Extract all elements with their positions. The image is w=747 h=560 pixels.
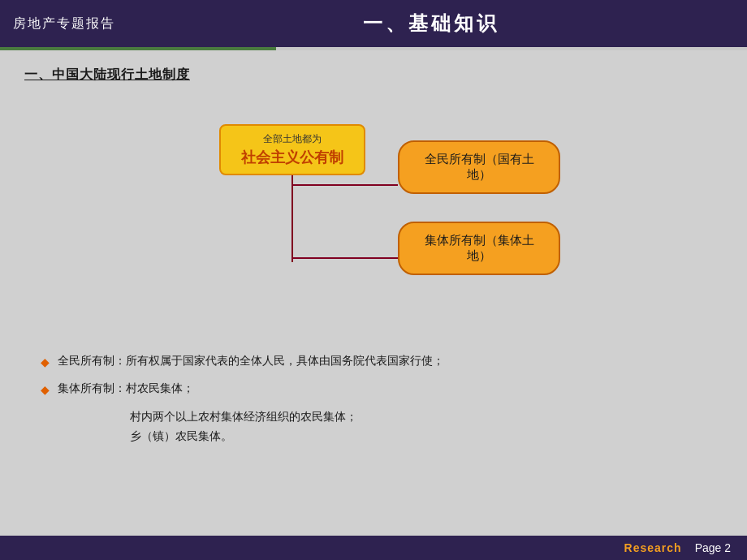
bullet-diamond-2: ◆: [41, 381, 50, 398]
root-box: 全部土地都为 社会主义公有制: [219, 124, 365, 175]
child-box-2: 集体所有制（集体土地）: [398, 222, 560, 275]
bullet-item-2: ◆ 集体所有制：村农民集体；: [41, 379, 723, 398]
bullet-text-1: 全民所有制：所有权属于国家代表的全体人民，具体由国务院代表国家行使；: [58, 351, 444, 369]
sub-bullet-1: 村内两个以上农村集体经济组织的农民集体；: [41, 407, 723, 425]
section-title: 一、中国大陆现行土地制度: [24, 67, 723, 84]
child-box-1-text: 全民所有制（国有土地）: [425, 152, 534, 181]
footer: Research Page 2: [0, 536, 747, 560]
main-content: 一、中国大陆现行土地制度 全部土地都为 社会主义公有制 全民所有制（国有土地） …: [0, 50, 747, 536]
bullet-list: ◆ 全民所有制：所有权属于国家代表的全体人民，具体由国务院代表国家行使； ◆ 集…: [24, 351, 723, 446]
bullet-item-1: ◆ 全民所有制：所有权属于国家代表的全体人民，具体由国务院代表国家行使；: [41, 351, 723, 371]
connector-svg: [24, 108, 723, 335]
root-main-text: 社会主义公有制: [231, 148, 354, 167]
child-box-2-text: 集体所有制（集体土地）: [425, 233, 534, 262]
bullet-text-2: 集体所有制：村农民集体；: [58, 379, 194, 397]
root-sub-text: 全部土地都为: [231, 132, 354, 146]
sub-bullet-2: 乡（镇）农民集体。: [41, 427, 723, 445]
header-center: 一、基础知识: [115, 11, 747, 37]
diagram-area: 全部土地都为 社会主义公有制 全民所有制（国有土地） 集体所有制（集体土地）: [24, 108, 723, 335]
footer-page-label: Page 2: [695, 541, 731, 554]
child-box-1: 全民所有制（国有土地）: [398, 140, 560, 194]
footer-research-label: Research: [624, 541, 682, 554]
header-center-title: 一、基础知识: [363, 12, 499, 34]
header: 房地产专题报告 一、基础知识: [0, 0, 747, 47]
bullet-diamond-1: ◆: [41, 353, 50, 371]
header-left-title: 房地产专题报告: [0, 15, 115, 32]
